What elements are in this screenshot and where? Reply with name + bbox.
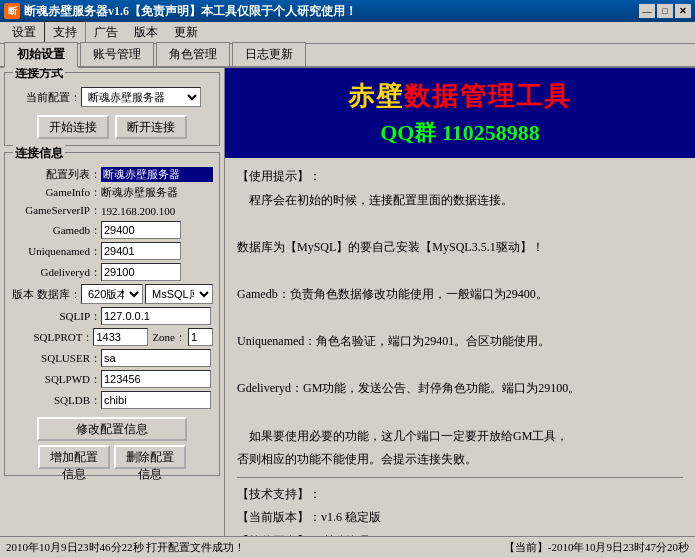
tab-role-management[interactable]: 角色管理: [156, 42, 230, 66]
tech-dev: 【软件开发】：喇叭他呢: [237, 531, 683, 536]
maximize-button[interactable]: □: [657, 4, 673, 18]
status-bar: 2010年10月9日23时46分22秒 打开配置文件成功！ 【当前】-2010年…: [0, 536, 695, 558]
zone-label: Zone：: [152, 330, 186, 345]
right-panel: 赤壁数据管理工具 QQ群 110258988 【使用提示】： 程序会在初始的时候…: [225, 68, 695, 536]
tip-blank-5: [237, 402, 683, 424]
menu-support[interactable]: 支持: [44, 21, 86, 44]
uniquenamed-input[interactable]: [101, 242, 181, 260]
sqlprot-label: SQLPROT：: [11, 330, 93, 345]
sqluser-input[interactable]: [101, 349, 211, 367]
close-button[interactable]: ✕: [675, 4, 691, 18]
tip-uniquenamed: Uniquenamed：角色名验证，端口为29401。合区功能使用。: [237, 331, 683, 353]
tip-gdeliveryd: Gdeliveryd：GM功能，发送公告、封停角色功能。端口为29100。: [237, 378, 683, 400]
divider: [237, 477, 683, 478]
delete-config-button[interactable]: 删除配置信息: [114, 445, 186, 469]
tip-0: 程序会在初始的时候，连接配置里面的数据连接。: [237, 190, 683, 212]
status-left: 2010年10月9日23时46分22秒 打开配置文件成功！: [6, 540, 504, 555]
sqlprot-input[interactable]: [93, 328, 148, 346]
menu-version[interactable]: 版本: [126, 22, 166, 43]
tip-port: 如果要使用必要的功能，这几个端口一定要开放给GM工具，: [237, 426, 683, 448]
app-icon: 断: [4, 3, 20, 19]
add-config-button[interactable]: 增加配置信息: [38, 445, 110, 469]
connection-info-group: 连接信息 配置列表： 断魂赤壁服务器 GameInfo： 断魂赤壁服务器 Gam…: [4, 152, 220, 476]
connection-info-label: 连接信息: [13, 145, 65, 162]
sqldb-label: SQLDB：: [11, 393, 101, 408]
window-title: 断魂赤壁服务器v1.6【免责声明】本工具仅限于个人研究使用！: [24, 3, 639, 20]
zone-input[interactable]: [188, 328, 213, 346]
banner-title: 赤壁数据管理工具: [348, 79, 572, 114]
title-bar: 断 断魂赤壁服务器v1.6【免责声明】本工具仅限于个人研究使用！ — □ ✕: [0, 0, 695, 22]
tips-title: 【使用提示】：: [237, 166, 683, 188]
db-type-select[interactable]: MsSQL库 MySQL库: [145, 284, 213, 304]
tech-title: 【技术支持】：: [237, 484, 683, 506]
config-list-value: 断魂赤壁服务器: [101, 167, 213, 182]
menu-bar: 设置 支持 广告 版本 更新: [0, 22, 695, 44]
connect-button[interactable]: 开始连接: [37, 115, 109, 139]
config-select[interactable]: 断魂赤壁服务器: [81, 87, 201, 107]
modify-config-button[interactable]: 修改配置信息: [37, 417, 187, 441]
gameserverip-label: GameServerIP：: [11, 203, 101, 218]
sqlpwd-input[interactable]: [101, 370, 211, 388]
uniquenamed-label: Uniquenamed：: [11, 244, 101, 259]
config-list-label: 配置列表：: [11, 167, 101, 182]
gamedb-input[interactable]: [101, 221, 181, 239]
tip-mysql: 数据库为【MySQL】的要自己安装【MySQL3.5.1驱动】！: [237, 237, 683, 259]
tip-blank-2: [237, 260, 683, 282]
sqlip-label: SQLIP：: [11, 309, 101, 324]
tip-fail: 否则相应的功能不能使用。会提示连接失败。: [237, 449, 683, 471]
gamedb-label: Gamedb：: [11, 223, 101, 238]
connection-group-label: 连接方式: [13, 68, 65, 82]
gdeliveryd-label: Gdeliveryd：: [11, 265, 101, 280]
status-right: 【当前】-2010年10月9日23时47分20秒: [504, 540, 689, 555]
tip-gamedb: Gamedb：负责角色数据修改功能使用，一般端口为29400。: [237, 284, 683, 306]
sqlip-input[interactable]: [101, 307, 211, 325]
tab-log-update[interactable]: 日志更新: [232, 42, 306, 66]
banner-title-part2: 数据管理工具: [404, 82, 572, 111]
version-select[interactable]: 620版本 518版本: [81, 284, 143, 304]
disconnect-button[interactable]: 断开连接: [115, 115, 187, 139]
banner: 赤壁数据管理工具 QQ群 110258988: [225, 68, 695, 158]
menu-update[interactable]: 更新: [166, 22, 206, 43]
connection-group: 连接方式 当前配置： 断魂赤壁服务器 开始连接 断开连接: [4, 72, 220, 146]
gdeliveryd-input[interactable]: [101, 263, 181, 281]
version-label: 版本 数据库：: [11, 287, 81, 302]
current-config-label: 当前配置：: [11, 90, 81, 105]
gameinfo-label: GameInfo：: [11, 185, 101, 200]
gameserverip-value: 192.168.200.100: [101, 205, 213, 217]
minimize-button[interactable]: —: [639, 4, 655, 18]
sqldb-input[interactable]: [101, 391, 211, 409]
left-panel: 连接方式 当前配置： 断魂赤壁服务器 开始连接 断开连接 连接信息 配置列表： …: [0, 68, 225, 536]
tip-blank-3: [237, 308, 683, 330]
tip-blank-4: [237, 355, 683, 377]
tab-account-management[interactable]: 账号管理: [80, 42, 154, 66]
menu-settings[interactable]: 设置: [4, 22, 44, 43]
tab-bar: 初始设置 账号管理 角色管理 日志更新: [0, 44, 695, 68]
menu-ads[interactable]: 广告: [86, 22, 126, 43]
sqluser-label: SQLUSER：: [11, 351, 101, 366]
tech-version: 【当前版本】：v1.6 稳定版: [237, 507, 683, 529]
banner-title-part1: 赤壁: [348, 82, 404, 111]
tab-initial-settings[interactable]: 初始设置: [4, 42, 78, 68]
gameinfo-value: 断魂赤壁服务器: [101, 185, 213, 200]
banner-qq: QQ群 110258988: [380, 118, 540, 148]
sqlpwd-label: SQLPWD：: [11, 372, 101, 387]
tip-blank-1: [237, 213, 683, 235]
info-content: 【使用提示】： 程序会在初始的时候，连接配置里面的数据连接。 数据库为【MySQ…: [225, 158, 695, 536]
